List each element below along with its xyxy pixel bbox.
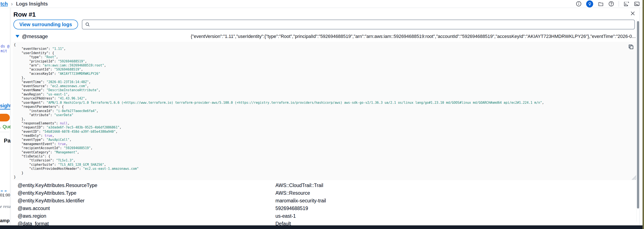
field-list: @entity.KeyAttributes.ResourceTypeAWS::C… [14,181,631,227]
chart-axis-dash [5,191,6,191]
copy-icon[interactable] [628,44,634,50]
panel-title: Row #1 [14,11,36,18]
caret-down-icon[interactable] [16,35,19,38]
field-value: AWS::CloudTrail::Trail [276,182,323,188]
panel-toolbar: View surrounding logs [14,20,635,29]
active-tab-underline [0,109,10,109]
run-query-button-partial[interactable] [0,114,10,121]
field-key: @entity.KeyAttributes.ResourceType [18,182,97,188]
message-json-codeblock[interactable]: { "eventVersion": "1.11", "userIdentity"… [12,42,636,180]
field-value: 592694688519 [276,205,308,211]
chart-axis-dash [1,191,3,191]
folder-icon[interactable] [598,1,604,7]
background-fragment-query-status: . Que [0,124,11,130]
background-page-strip: ds @mitsights. QuePa01:00e resuamp-23T [0,8,11,225]
cloudshell-icon[interactable] [624,1,629,7]
info-icon[interactable] [576,1,582,7]
topnav-divider [619,1,619,7]
field-row[interactable]: @entity.KeyAttributes.ResourceTypeAWS::C… [14,181,631,189]
field-key: @aws.account [18,205,50,211]
panel-scrollbar [636,19,640,222]
breadcrumb-separator-icon: › [11,1,13,7]
breadcrumb-cloudwatch-link[interactable]: tch [0,1,8,7]
window-edge [642,0,644,229]
field-row[interactable]: @entity.KeyAttributes.Identifiermaromali… [14,197,631,204]
background-fragment-patterns-heading: Pa [4,137,11,144]
search-icon [85,22,90,27]
message-field-row: @message {"eventVersion":"1.11","userIde… [14,33,636,40]
message-field-label: @message [22,34,48,39]
field-row[interactable]: @aws.regionus-east-1 [14,212,631,220]
field-value: maromalix-security-trail [276,198,326,204]
field-key: @aws.region [18,213,46,219]
breadcrumb: tch › Logs Insights [0,1,48,7]
scrollbar-thumb[interactable] [637,21,639,208]
top-navigation-bar: tch › Logs Insights [0,0,644,8]
amazon-q-icon[interactable] [586,1,593,8]
field-key: @entity.KeyAttributes.Type [18,190,76,196]
field-row[interactable]: @aws.account592694688519 [14,204,631,212]
background-fragment-timestamp-header: amp [0,218,10,223]
topnav-icon-group [576,0,640,8]
search-input[interactable] [92,20,632,29]
field-value: AWS::Resource [276,190,310,196]
message-json-content: { "eventVersion": "1.11", "userIdentity"… [12,42,636,179]
console-footer-bar [0,225,644,229]
devtools-icon[interactable] [634,1,640,7]
background-fragment-query-text-1: ds @ [1,44,9,48]
background-fragment-results-note: e resu [0,204,11,209]
help-icon[interactable] [608,1,614,7]
field-row[interactable]: @entity.KeyAttributes.TypeAWS::Resource [14,189,631,197]
row-detail-panel: Row #1 View surrounding logs @message {"… [11,8,640,225]
message-preview: {"eventVersion":"1.11","userIdentity":{"… [191,34,636,39]
background-fragment-query-text-2: mit [1,49,7,53]
view-surrounding-logs-button[interactable]: View surrounding logs [14,20,78,29]
close-icon[interactable] [628,9,637,18]
background-fragment-time-axis-label: 01:00 [0,193,10,197]
background-divider [0,132,9,132]
search-box[interactable] [82,20,635,29]
field-key: @entity.KeyAttributes.Identifier [18,198,84,204]
breadcrumb-current-page: Logs Insights [16,1,48,7]
field-value: us-east-1 [276,213,296,219]
background-fragment-insights-tab: sights [0,103,11,109]
